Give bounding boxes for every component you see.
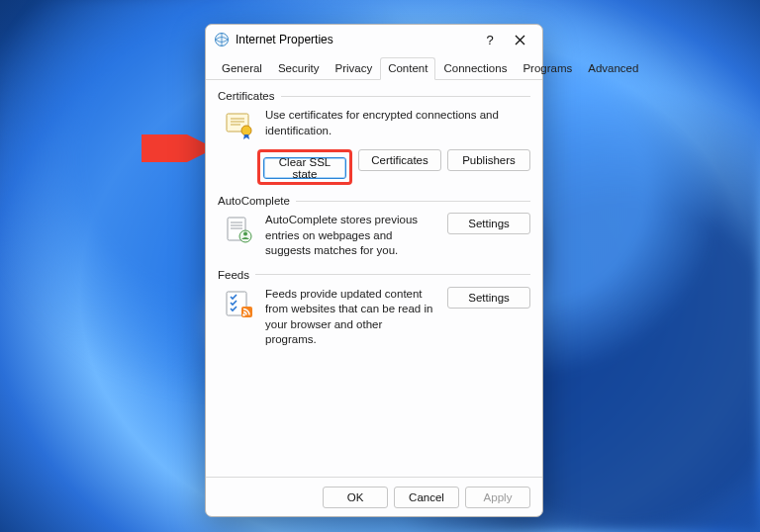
autocomplete-group: AutoComplete AutoComplete stores previou… xyxy=(218,195,530,259)
svg-point-6 xyxy=(241,126,251,135)
apply-button[interactable]: Apply xyxy=(465,487,530,508)
tab-programs[interactable]: Programs xyxy=(515,57,580,80)
feeds-group: Feeds Feeds provide updated content from… xyxy=(218,269,530,348)
autocomplete-icon xyxy=(224,215,255,246)
window-title: Internet Properties xyxy=(236,33,475,46)
internet-options-icon xyxy=(214,32,230,47)
autocomplete-settings-button[interactable]: Settings xyxy=(447,213,530,234)
annotation-highlight: Clear SSL state xyxy=(257,149,352,185)
help-button[interactable]: ? xyxy=(475,26,505,53)
autocomplete-group-label: AutoComplete xyxy=(218,195,290,207)
clear-ssl-state-button[interactable]: Clear SSL state xyxy=(263,157,346,179)
certificates-desc: Use certificates for encrypted connectio… xyxy=(265,108,530,138)
feeds-icon xyxy=(224,289,255,320)
close-icon xyxy=(515,35,525,45)
internet-properties-dialog: Internet Properties ? General Security P… xyxy=(205,24,543,517)
divider xyxy=(255,274,530,275)
tab-general[interactable]: General xyxy=(214,57,270,80)
certificates-group-label: Certificates xyxy=(218,90,275,102)
feeds-desc: Feeds provide updated content from websi… xyxy=(265,287,437,348)
cancel-button[interactable]: Cancel xyxy=(394,487,459,508)
tab-content[interactable]: Content xyxy=(380,57,435,80)
divider xyxy=(281,96,530,97)
certificates-button[interactable]: Certificates xyxy=(358,149,441,171)
tab-security[interactable]: Security xyxy=(270,57,328,80)
feeds-group-label: Feeds xyxy=(218,269,249,281)
titlebar[interactable]: Internet Properties ? xyxy=(206,25,542,54)
tab-advanced[interactable]: Advanced xyxy=(580,57,646,80)
content-pane: Certificates Use certificates for encryp… xyxy=(206,80,542,477)
tab-connections[interactable]: Connections xyxy=(435,57,515,80)
autocomplete-desc: AutoComplete stores previous entries on … xyxy=(265,213,437,259)
feeds-settings-button[interactable]: Settings xyxy=(447,287,530,309)
svg-point-12 xyxy=(243,232,247,236)
certificates-group: Certificates Use certificates for encryp… xyxy=(218,90,530,185)
ok-button[interactable]: OK xyxy=(323,487,388,508)
certificate-icon xyxy=(224,110,255,141)
close-button[interactable] xyxy=(505,26,534,53)
dialog-footer: OK Cancel Apply xyxy=(206,477,542,516)
tab-privacy[interactable]: Privacy xyxy=(327,57,380,80)
tabstrip: General Security Privacy Content Connect… xyxy=(206,56,542,80)
publishers-button[interactable]: Publishers xyxy=(447,149,530,171)
divider xyxy=(296,201,530,202)
svg-point-15 xyxy=(242,313,245,316)
